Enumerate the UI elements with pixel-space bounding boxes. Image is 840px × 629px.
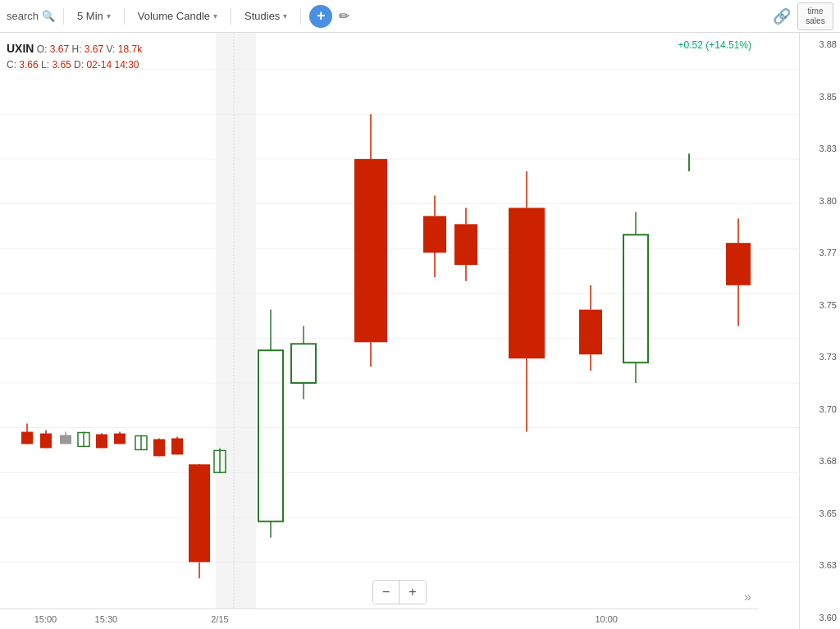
change-info: +0.52 (+14.51%): [678, 39, 751, 51]
svg-rect-44: [354, 159, 387, 342]
charttype-chevron-icon: ▾: [213, 11, 217, 21]
svg-rect-15: [40, 434, 52, 449]
timeframe-selector[interactable]: 5 Min ▾: [72, 7, 116, 25]
time-sales-button[interactable]: time sales: [797, 2, 833, 30]
svg-rect-64: [726, 243, 751, 285]
studies-chevron-icon: ▾: [283, 11, 287, 21]
price-363: 3.63: [803, 560, 837, 570]
ohlc-info: UXIN O: 3.67 H: 3.67 V: 18.7k C: 3.66 L:…: [7, 39, 142, 74]
svg-rect-21: [96, 435, 107, 449]
search-icon: 🔍: [42, 10, 55, 22]
studies-selector[interactable]: Studies ▾: [240, 7, 292, 25]
svg-rect-56: [579, 310, 602, 355]
change-value: +0.52 (+14.51%): [678, 39, 751, 51]
price-370: 3.70: [803, 404, 837, 414]
svg-rect-50: [454, 224, 477, 265]
svg-rect-23: [114, 434, 126, 444]
add-button[interactable]: +: [309, 5, 332, 28]
volume-value: 18.7k: [118, 43, 142, 55]
time-label-1530: 15:30: [95, 614, 118, 624]
price-380: 3.80: [803, 196, 837, 206]
separator-2: [124, 8, 125, 25]
svg-rect-13: [21, 432, 33, 444]
svg-rect-32: [189, 464, 210, 562]
price-385: 3.85: [803, 92, 837, 102]
draw-button[interactable]: ✏: [339, 8, 349, 24]
svg-rect-59: [623, 235, 648, 362]
time-label-1500: 15:00: [34, 614, 57, 624]
high-value: 3.67: [84, 43, 103, 55]
price-377: 3.77: [803, 248, 837, 258]
separator-1: [63, 8, 64, 25]
time-label-1000: 10:00: [595, 614, 618, 624]
toolbar: search 🔍 5 Min ▾ Volume Candle ▾ Studies…: [0, 0, 840, 33]
price-388: 3.88: [803, 39, 837, 49]
svg-rect-38: [258, 350, 283, 522]
low-value: 3.65: [52, 59, 71, 71]
price-383: 3.83: [803, 144, 837, 153]
separator-3: [231, 8, 231, 25]
price-axis: 3.88 3.85 3.83 3.80 3.77 3.75 3.73 3.70 …: [799, 33, 840, 629]
price-373: 3.73: [803, 352, 837, 362]
svg-rect-17: [60, 435, 71, 444]
zoom-out-button[interactable]: −: [373, 581, 399, 604]
ticker-label: UXIN: [7, 42, 34, 55]
separator-4: [300, 8, 301, 25]
timeframe-chevron-icon: ▾: [107, 11, 111, 21]
svg-rect-53: [509, 207, 545, 358]
candle-chart: [0, 33, 799, 608]
zoom-in-button[interactable]: +: [399, 581, 426, 604]
search-label: search: [7, 10, 39, 22]
price-368: 3.68: [803, 456, 837, 466]
search-button[interactable]: search 🔍: [7, 10, 55, 22]
chart-type-selector[interactable]: Volume Candle ▾: [133, 7, 222, 25]
price-375: 3.75: [803, 300, 837, 310]
price-360: 3.60: [803, 613, 837, 622]
time-label-215: 2/15: [211, 614, 228, 624]
open-value: 3.67: [50, 43, 69, 55]
price-365: 3.65: [803, 508, 837, 518]
toolbar-right: 🔗 time sales: [773, 2, 833, 30]
time-axis: 15:00 15:30 2/15 10:00: [0, 608, 758, 629]
svg-rect-47: [423, 216, 446, 253]
svg-rect-41: [291, 344, 316, 383]
date-value: 02-14 14:30: [86, 59, 139, 71]
zoom-controls: − +: [372, 580, 427, 604]
link-icon[interactable]: 🔗: [773, 7, 791, 25]
svg-rect-27: [153, 439, 165, 456]
expand-button[interactable]: »: [744, 590, 751, 604]
chart-main: UXIN O: 3.67 H: 3.67 V: 18.7k C: 3.66 L:…: [0, 33, 799, 629]
close-value: 3.66: [19, 59, 38, 71]
chart-container: UXIN O: 3.67 H: 3.67 V: 18.7k C: 3.66 L:…: [0, 33, 840, 629]
svg-rect-29: [171, 438, 183, 454]
